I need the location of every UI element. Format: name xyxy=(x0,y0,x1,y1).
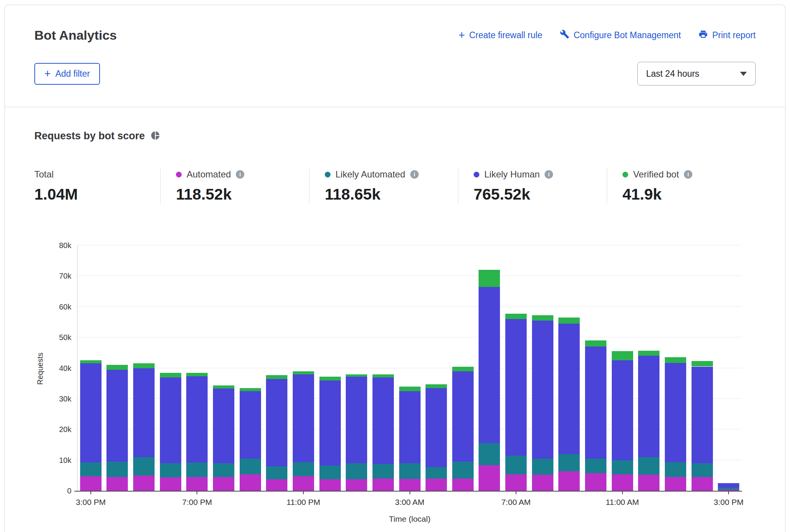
bar-segment-likely-human[interactable] xyxy=(160,377,181,463)
bar-segment-likely-automated[interactable] xyxy=(532,459,553,475)
bar-segment-likely-automated[interactable] xyxy=(558,454,580,472)
bar-segment-automated[interactable] xyxy=(106,477,128,491)
bar-segment-likely-automated[interactable] xyxy=(692,463,713,477)
bar-segment-automated[interactable] xyxy=(240,474,261,491)
bar-segment-likely-human[interactable] xyxy=(106,370,128,462)
bar-segment-likely-human[interactable] xyxy=(80,363,102,463)
bar-segment-likely-human[interactable] xyxy=(240,391,261,459)
bar-segment-likely-automated[interactable] xyxy=(160,463,181,478)
bar-segment-likely-automated[interactable] xyxy=(186,463,208,477)
bar-segment-verified-bot[interactable] xyxy=(505,314,527,319)
bar-segment-likely-human[interactable] xyxy=(213,389,234,463)
bar-segment-likely-human[interactable] xyxy=(426,388,447,467)
bar-segment-automated[interactable] xyxy=(612,474,633,491)
bar-segment-likely-automated[interactable] xyxy=(240,459,261,475)
add-filter-button[interactable]: + Add filter xyxy=(34,63,100,85)
bar-segment-verified-bot[interactable] xyxy=(213,385,234,389)
bar-segment-automated[interactable] xyxy=(186,477,208,491)
bar-segment-verified-bot[interactable] xyxy=(160,373,181,377)
bar-segment-likely-automated[interactable] xyxy=(213,463,234,477)
bar-segment-likely-automated[interactable] xyxy=(718,488,739,490)
bar-segment-likely-human[interactable] xyxy=(319,380,341,466)
bar-segment-verified-bot[interactable] xyxy=(266,375,287,379)
bar-segment-verified-bot[interactable] xyxy=(612,351,633,360)
bar-segment-likely-human[interactable] xyxy=(585,347,606,458)
bar-segment-verified-bot[interactable] xyxy=(426,384,447,388)
bar-segment-likely-automated[interactable] xyxy=(399,463,421,479)
bar-segment-automated[interactable] xyxy=(133,476,155,491)
print-report-link[interactable]: Print report xyxy=(698,29,756,41)
bar-segment-automated[interactable] xyxy=(346,479,367,491)
bar-segment-automated[interactable] xyxy=(372,479,394,491)
bar-segment-verified-bot[interactable] xyxy=(240,388,261,391)
bar-segment-likely-human[interactable] xyxy=(372,377,394,464)
bar-segment-verified-bot[interactable] xyxy=(186,373,208,377)
bar-segment-likely-human[interactable] xyxy=(505,319,527,456)
bar-segment-verified-bot[interactable] xyxy=(452,367,474,371)
bar-segment-likely-automated[interactable] xyxy=(452,462,474,479)
bar-segment-automated[interactable] xyxy=(213,477,234,491)
info-icon[interactable]: i xyxy=(684,170,692,179)
bar-segment-likely-human[interactable] xyxy=(479,287,500,443)
bar-segment-automated[interactable] xyxy=(80,476,102,491)
bar-segment-likely-automated[interactable] xyxy=(266,466,287,480)
info-icon[interactable]: i xyxy=(545,170,553,179)
create-firewall-rule-link[interactable]: + Create firewall rule xyxy=(458,30,542,41)
bar-segment-likely-automated[interactable] xyxy=(346,463,367,480)
bar-segment-verified-bot[interactable] xyxy=(479,270,500,287)
bar-segment-likely-human[interactable] xyxy=(692,367,713,463)
bar-segment-automated[interactable] xyxy=(266,479,287,491)
bar-segment-likely-human[interactable] xyxy=(718,483,739,488)
time-range-dropdown[interactable]: Last 24 hours xyxy=(637,62,756,85)
bar-segment-verified-bot[interactable] xyxy=(399,387,421,391)
bar-segment-likely-human[interactable] xyxy=(399,391,421,463)
bar-segment-automated[interactable] xyxy=(426,479,447,491)
bar-segment-automated[interactable] xyxy=(479,465,500,491)
bar-segment-likely-human[interactable] xyxy=(612,360,633,460)
bar-segment-automated[interactable] xyxy=(558,471,580,491)
bar-segment-likely-automated[interactable] xyxy=(426,467,447,479)
bar-segment-likely-automated[interactable] xyxy=(479,443,500,465)
bar-segment-likely-human[interactable] xyxy=(346,377,367,463)
bar-segment-likely-human[interactable] xyxy=(665,363,686,462)
bar-segment-automated[interactable] xyxy=(160,477,181,491)
bar-segment-verified-bot[interactable] xyxy=(346,374,367,377)
bar-segment-likely-automated[interactable] xyxy=(505,456,527,475)
bar-segment-automated[interactable] xyxy=(585,473,606,491)
bar-segment-likely-human[interactable] xyxy=(638,356,659,457)
bar-segment-verified-bot[interactable] xyxy=(665,357,686,363)
bar-segment-likely-automated[interactable] xyxy=(293,462,314,476)
bar-segment-likely-automated[interactable] xyxy=(612,460,633,475)
bar-segment-likely-human[interactable] xyxy=(558,324,580,454)
stat-automated[interactable]: Automated i 118.52k xyxy=(160,169,309,203)
bar-segment-automated[interactable] xyxy=(532,475,553,491)
stat-verified-bot[interactable]: Verified bot i 41.9k xyxy=(607,169,756,203)
bar-segment-automated[interactable] xyxy=(665,477,686,491)
bar-segment-likely-human[interactable] xyxy=(266,379,287,466)
info-icon[interactable]: i xyxy=(410,170,419,179)
bar-segment-likely-automated[interactable] xyxy=(319,466,341,479)
bar-segment-verified-bot[interactable] xyxy=(585,340,606,347)
bar-segment-verified-bot[interactable] xyxy=(372,374,394,377)
stat-likely-automated[interactable]: Likely Automated i 118.65k xyxy=(309,169,458,203)
stat-likely-human[interactable]: Likely Human i 765.52k xyxy=(458,169,607,203)
bar-segment-verified-bot[interactable] xyxy=(80,360,102,363)
bar-segment-likely-automated[interactable] xyxy=(665,462,686,477)
bar-segment-likely-automated[interactable] xyxy=(133,457,155,476)
bar-segment-likely-human[interactable] xyxy=(532,321,553,459)
bar-segment-automated[interactable] xyxy=(293,476,314,491)
bar-segment-verified-bot[interactable] xyxy=(692,361,713,366)
bar-segment-likely-automated[interactable] xyxy=(106,462,128,477)
bar-segment-verified-bot[interactable] xyxy=(532,315,553,321)
bar-segment-likely-human[interactable] xyxy=(133,368,155,457)
bar-segment-verified-bot[interactable] xyxy=(558,318,580,324)
bar-segment-likely-human[interactable] xyxy=(452,371,474,462)
bar-segment-likely-automated[interactable] xyxy=(372,464,394,479)
bar-segment-likely-human[interactable] xyxy=(293,374,314,463)
bar-segment-verified-bot[interactable] xyxy=(319,377,341,380)
bar-segment-automated[interactable] xyxy=(452,479,474,491)
bar-segment-automated[interactable] xyxy=(692,477,713,491)
bar-segment-likely-automated[interactable] xyxy=(80,463,102,476)
bar-segment-verified-bot[interactable] xyxy=(638,351,659,356)
bar-segment-automated[interactable] xyxy=(505,474,527,491)
